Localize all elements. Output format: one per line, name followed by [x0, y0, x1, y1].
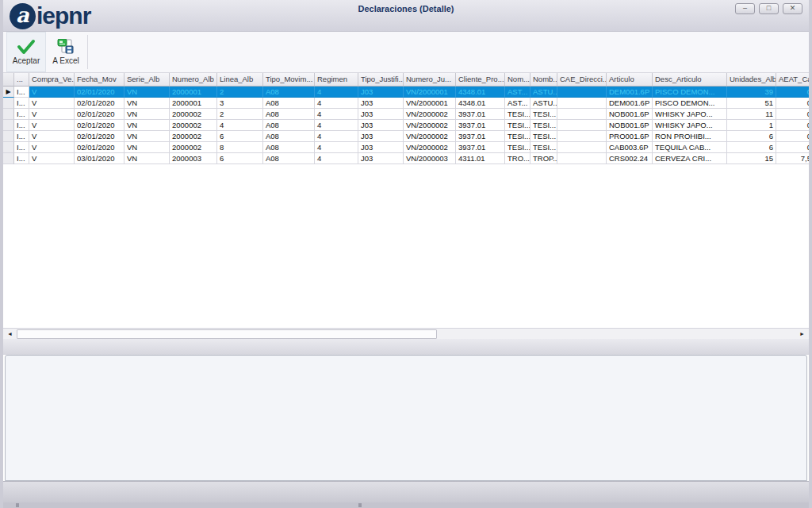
grid-cell[interactable]: I...: [14, 87, 29, 98]
grid-cell[interactable]: 2000002: [170, 120, 217, 131]
grid-cell[interactable]: V: [29, 131, 75, 142]
grid-cell[interactable]: 02/01/2020: [75, 109, 124, 120]
grid-cell[interactable]: TRO...: [505, 153, 530, 164]
grid-cell[interactable]: 2000003: [170, 153, 217, 164]
grid-cell[interactable]: 6: [727, 142, 776, 153]
grid-cell[interactable]: [3, 153, 14, 164]
column-header[interactable]: Tipo_Movim...: [263, 73, 315, 87]
grid-cell[interactable]: VN: [124, 109, 170, 120]
grid-cell[interactable]: 02/01/2020: [75, 142, 124, 153]
grid-cell[interactable]: VN: [124, 131, 170, 142]
column-header[interactable]: Regimen: [315, 73, 358, 87]
grid-cell[interactable]: 8: [217, 142, 263, 153]
grid-row[interactable]: I...V02/01/2020VN20000028A084J03VN/20000…: [3, 142, 809, 153]
grid-cell[interactable]: I...: [14, 131, 29, 142]
grid-cell[interactable]: WHISKY JAPO...: [653, 120, 727, 131]
grid-cell[interactable]: A08: [263, 87, 315, 98]
grid-cell[interactable]: VN/2000002: [404, 109, 456, 120]
grid-cell[interactable]: PRO001.6P: [607, 131, 653, 142]
grid-cell[interactable]: 02/01/2020: [75, 98, 124, 109]
grid-row[interactable]: I...V02/01/2020VN20000026A084J03VN/20000…: [3, 131, 809, 142]
grid-cell[interactable]: VN/2000003: [404, 153, 456, 164]
grid-row[interactable]: ▶I...V02/01/2020VN20000012A084J03VN/2000…: [3, 87, 809, 98]
grid-cell[interactable]: 3937.01: [456, 120, 505, 131]
grid-cell[interactable]: 0: [776, 109, 809, 120]
grid-cell[interactable]: 0: [776, 87, 809, 98]
grid-cell[interactable]: 4: [315, 120, 358, 131]
grid-cell[interactable]: NOB001.6P: [607, 109, 653, 120]
grid-cell[interactable]: J03: [358, 142, 404, 153]
column-header[interactable]: Linea_Alb: [217, 73, 263, 87]
scrollbar-thumb[interactable]: [17, 329, 437, 339]
grid-cell[interactable]: V: [29, 87, 75, 98]
grid-cell[interactable]: I...: [14, 98, 29, 109]
grid-cell[interactable]: TESI...: [505, 142, 530, 153]
column-header[interactable]: Compra_Ve...: [29, 73, 75, 87]
grid-cell[interactable]: 4: [315, 131, 358, 142]
grid-cell[interactable]: 3: [217, 98, 263, 109]
grid-cell[interactable]: V: [29, 153, 75, 164]
grid-cell[interactable]: A08: [263, 109, 315, 120]
grid-cell[interactable]: 4: [315, 98, 358, 109]
column-header[interactable]: Nomb...: [530, 73, 557, 87]
grid-cell[interactable]: 4: [315, 87, 358, 98]
column-header[interactable]: ...: [14, 73, 29, 87]
grid-cell[interactable]: [557, 109, 607, 120]
grid-cell[interactable]: VN: [124, 98, 170, 109]
grid-cell[interactable]: RON PROHIBI...: [653, 131, 727, 142]
grid-cell[interactable]: CAB003.6P: [607, 142, 653, 153]
grid-cell[interactable]: V: [29, 120, 75, 131]
pane-splitter[interactable]: [3, 339, 809, 355]
grid-cell[interactable]: 6: [217, 153, 263, 164]
grid-cell[interactable]: 0: [776, 131, 809, 142]
grid-cell[interactable]: I...: [14, 109, 29, 120]
grid-cell[interactable]: 2: [217, 87, 263, 98]
grid-cell[interactable]: 15: [727, 153, 776, 164]
grid-cell[interactable]: PISCO DEMON...: [653, 87, 727, 98]
column-header[interactable]: Desc_Articulo: [653, 73, 727, 87]
grid-cell[interactable]: [557, 120, 607, 131]
a-excel-button[interactable]: A Excel: [46, 32, 86, 72]
grid-cell[interactable]: 4348.01: [456, 98, 505, 109]
grid-cell[interactable]: V: [29, 109, 75, 120]
grid-cell[interactable]: 6: [727, 131, 776, 142]
grid-cell[interactable]: V: [29, 142, 75, 153]
grid-cell[interactable]: 4: [217, 120, 263, 131]
grid-cell[interactable]: 3937.01: [456, 109, 505, 120]
grid-cell[interactable]: 4311.01: [456, 153, 505, 164]
grid-cell[interactable]: [3, 131, 14, 142]
grid-cell[interactable]: 51: [727, 98, 776, 109]
grid-cell[interactable]: J03: [358, 131, 404, 142]
column-header[interactable]: Fecha_Mov: [75, 73, 124, 87]
grid-cell[interactable]: A08: [263, 120, 315, 131]
grid-cell[interactable]: [3, 109, 14, 120]
grid-cell[interactable]: VN: [124, 120, 170, 131]
grid-cell[interactable]: [557, 131, 607, 142]
grid-cell[interactable]: 1: [727, 120, 776, 131]
grid-cell[interactable]: 02/01/2020: [75, 87, 124, 98]
grid-cell[interactable]: TESI...: [530, 131, 557, 142]
column-header[interactable]: AEAT_Cap...: [776, 73, 809, 87]
grid-cell[interactable]: 7,5: [776, 153, 809, 164]
grid-cell[interactable]: I...: [14, 120, 29, 131]
column-header[interactable]: CAE_Direcci...: [557, 73, 607, 87]
grid-cell[interactable]: VN: [124, 142, 170, 153]
grid-cell[interactable]: VN/2000002: [404, 120, 456, 131]
grid-cell[interactable]: TEQUILA CAB...: [653, 142, 727, 153]
grid-cell[interactable]: 02/01/2020: [75, 120, 124, 131]
grid-cell[interactable]: [557, 98, 607, 109]
grid-cell[interactable]: DEM001.6P: [607, 87, 653, 98]
grid-row[interactable]: I...V03/01/2020VN20000036A084J03VN/20000…: [3, 153, 809, 164]
grid-cell[interactable]: WHISKY JAPO...: [653, 109, 727, 120]
grid-cell[interactable]: [3, 120, 14, 131]
grid-cell[interactable]: A08: [263, 98, 315, 109]
horizontal-scrollbar[interactable]: ◄ ►: [3, 328, 809, 339]
grid-cell[interactable]: 2: [217, 109, 263, 120]
column-header[interactable]: Numero_Ju...: [404, 73, 456, 87]
grid-cell[interactable]: 4: [315, 153, 358, 164]
grid-cell[interactable]: J03: [358, 98, 404, 109]
column-header[interactable]: [3, 73, 14, 87]
column-header[interactable]: Tipo_Justifi...: [358, 73, 404, 87]
grid-row[interactable]: I...V02/01/2020VN20000022A084J03VN/20000…: [3, 109, 809, 120]
grid-cell[interactable]: TESI...: [505, 131, 530, 142]
